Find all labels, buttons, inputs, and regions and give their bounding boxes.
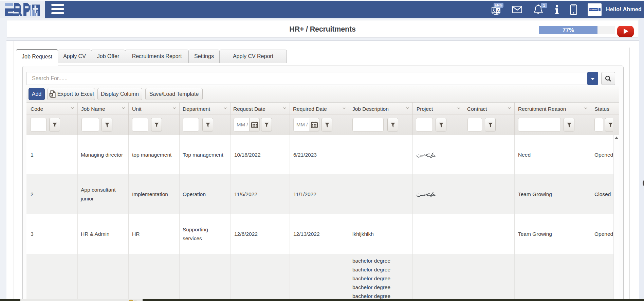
- svg-text:A: A: [497, 8, 500, 13]
